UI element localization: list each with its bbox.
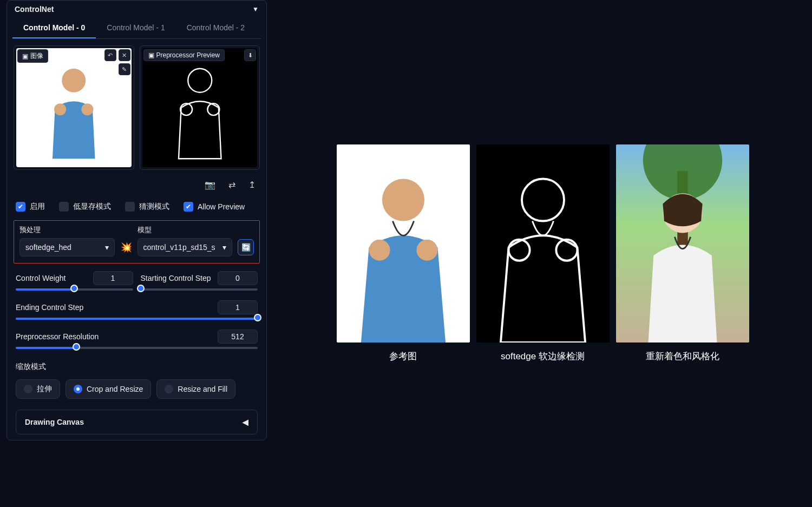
svg-point-2	[81, 103, 93, 115]
svg-point-6	[382, 179, 424, 221]
preprocessor-dropdown[interactable]: softedge_hed ▾	[19, 238, 115, 256]
accordion-header[interactable]: ControlNet ▼	[7, 1, 266, 18]
resolution-value[interactable]: 512	[218, 330, 258, 344]
svg-point-0	[62, 69, 86, 93]
preview-label: ▣ Preprocessor Preview	[143, 49, 225, 61]
refresh-button[interactable]: 🔄	[238, 239, 254, 255]
start-step-slider[interactable]	[141, 288, 258, 291]
control-weight-label: Control Weight	[16, 274, 66, 282]
svg-point-8	[416, 240, 437, 261]
check-icon: ✔	[184, 202, 193, 212]
output-area: 参考图 softedge 软边缘检测	[273, 0, 812, 507]
chevron-down-icon: ▾	[105, 243, 109, 252]
model-dropdown[interactable]: control_v11p_sd15_s ▾	[137, 238, 233, 256]
control-weight-value[interactable]: 1	[93, 271, 133, 285]
start-step-label: Starting Control Step	[141, 274, 211, 282]
radio-crop-resize[interactable]: Crop and Resize	[66, 379, 151, 399]
svg-point-9	[521, 179, 564, 221]
input-image-card[interactable]: ▣ 图像 ↶ ✕ ✎	[14, 45, 134, 170]
output-edge-image	[476, 144, 610, 343]
output-edge-label: softedge 软边缘检测	[501, 350, 585, 363]
drawing-canvas-accordion[interactable]: Drawing Canvas ◀	[16, 410, 258, 434]
end-step-value[interactable]: 1	[218, 300, 258, 314]
output-reference-image	[337, 144, 470, 343]
swap-icon[interactable]: ⇄	[228, 180, 235, 190]
explosion-icon[interactable]: 💥	[120, 241, 132, 256]
checkbox-allow-preview[interactable]: ✔ Allow Preview	[184, 202, 245, 212]
check-icon: ✔	[16, 202, 25, 212]
end-step-slider[interactable]	[16, 318, 258, 320]
download-icon[interactable]: ⬇	[244, 49, 256, 61]
control-weight-slider[interactable]	[16, 288, 133, 291]
preprocessor-label: 预处理	[19, 225, 115, 235]
svg-point-7	[369, 240, 390, 261]
edit-icon[interactable]: ✎	[119, 63, 130, 75]
tab-model-0[interactable]: Control Model - 0	[12, 18, 96, 38]
image-icon: ▣	[148, 51, 154, 59]
send-icon[interactable]: ↥	[248, 180, 256, 190]
image-icon: ▣	[22, 52, 28, 60]
output-generated-image	[616, 144, 749, 343]
svg-point-1	[54, 103, 66, 115]
end-step-label: Ending Control Step	[16, 303, 83, 312]
output-generated-label: 重新着色和风格化	[646, 350, 719, 363]
checkbox-lowvram[interactable]: 低显存模式	[59, 202, 111, 212]
panel-title: ControlNet	[15, 5, 54, 14]
expand-icon: ◀	[243, 418, 248, 426]
preview-image	[142, 48, 258, 167]
svg-point-3	[188, 69, 212, 93]
tab-model-1[interactable]: Control Model - 1	[96, 18, 175, 38]
svg-point-10	[508, 240, 529, 261]
output-reference-label: 参考图	[389, 350, 417, 363]
resolution-slider[interactable]	[16, 347, 258, 349]
image-label: ▣ 图像	[17, 49, 48, 63]
svg-point-13	[643, 144, 722, 200]
chevron-down-icon: ▾	[222, 243, 226, 252]
camera-icon[interactable]: 📷	[205, 180, 215, 190]
tab-model-2[interactable]: Control Model - 2	[176, 18, 256, 38]
checkbox-guess[interactable]: 猜测模式	[125, 202, 169, 212]
refresh-icon: 🔄	[241, 243, 251, 252]
resize-mode-label: 缩放模式	[16, 362, 46, 371]
preview-image-card: ▣ Preprocessor Preview ⬇	[140, 45, 260, 170]
preprocessor-model-box: 预处理 softedge_hed ▾ 💥 模型 control_v11p_sd1…	[14, 220, 260, 264]
collapse-icon: ▼	[252, 5, 259, 13]
close-icon[interactable]: ✕	[119, 49, 130, 61]
undo-icon[interactable]: ↶	[104, 49, 116, 61]
edge-figure	[142, 48, 258, 167]
model-label: 模型	[137, 225, 233, 235]
svg-point-11	[556, 240, 577, 261]
controlnet-accordion: ControlNet ▼ Control Model - 0 Control M…	[6, 0, 267, 440]
resolution-label: Preprocessor Resolution	[16, 332, 99, 341]
model-tabs: Control Model - 0 Control Model - 1 Cont…	[12, 18, 261, 39]
radio-resize-fill[interactable]: Resize and Fill	[156, 379, 235, 399]
radio-stretch[interactable]: 拉伸	[16, 379, 60, 399]
checkbox-enable[interactable]: ✔ 启用	[16, 202, 45, 212]
start-step-value[interactable]: 0	[218, 271, 258, 285]
